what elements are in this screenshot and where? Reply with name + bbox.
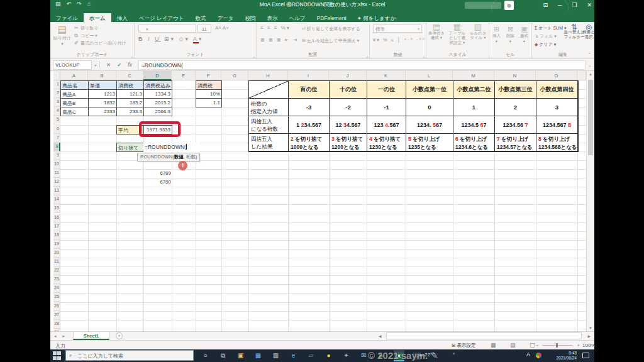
row-header-13[interactable]: 13 [53, 187, 60, 195]
find-select-button[interactable]: ◎検索と選択 [581, 25, 596, 40]
cell-A1[interactable]: 商品名 [60, 80, 89, 90]
delete-button[interactable]: ⊠削除▾ [504, 25, 517, 44]
table-corner-cell[interactable] [249, 81, 289, 99]
table-header-0[interactable]: 百の位 [289, 81, 330, 99]
sheet-tab-sheet1[interactable]: Sheet1 [73, 332, 109, 340]
cut-button[interactable]: ✂切り取り [74, 25, 126, 32]
cell-D8-editing[interactable]: =ROUNDDOWN( [143, 143, 200, 152]
cell-A3[interactable]: 商品B [60, 98, 89, 107]
tray-app-icon[interactable] [536, 353, 541, 358]
table-result-4[interactable]: 6 を切り上げ1234.6となる [453, 134, 495, 151]
row-header-21[interactable]: 21 [53, 258, 60, 266]
fill-button[interactable]: ↴ フィル ▾ [535, 32, 566, 40]
column-header-partial[interactable] [577, 71, 586, 80]
scroll-down-icon[interactable]: ▼ [587, 326, 594, 330]
notification-center-icon[interactable] [582, 353, 589, 358]
cell-B4[interactable]: 2333 [88, 107, 117, 116]
tell-me-box[interactable]: ✦ 何をしますか [352, 13, 401, 23]
row-header-8[interactable]: 8 [53, 143, 60, 151]
insert-button[interactable]: ⊞挿入▾ [490, 25, 503, 44]
table-result-1[interactable]: 3 を切り捨て1200となる [330, 134, 367, 151]
table-result-6[interactable]: 8 を切り上げ1234.568となる [536, 134, 578, 151]
row-header-20[interactable]: 20 [53, 249, 60, 258]
column-header-C[interactable]: C [116, 71, 143, 80]
column-header-B[interactable]: B [88, 71, 116, 80]
cell-D4[interactable]: 2566.3 [143, 107, 172, 116]
column-header-I[interactable]: I [288, 71, 329, 80]
column-header-N[interactable]: N [494, 71, 536, 80]
table-digit-6[interactable]: 3 [536, 99, 578, 116]
row-header-6[interactable]: 6 [53, 125, 60, 134]
table-digit-0[interactable]: -3 [289, 99, 330, 116]
table-row-label-0[interactable]: 桁数の指定入力値 [249, 99, 289, 116]
zoom-percent[interactable]: 100% [582, 343, 595, 348]
row-header-14[interactable]: 14 [53, 195, 60, 204]
table-digit-3[interactable]: 0 [406, 99, 453, 116]
horizontal-align-buttons[interactable]: ≣ ≣ ≣ ⇤ ⇥ [260, 37, 298, 43]
font-style-buttons[interactable]: B I U ⊞▾ ◇▾ A▾ [138, 36, 204, 42]
scroll-left-icon[interactable]: ◀ [379, 334, 382, 338]
cell-C8[interactable]: 切り捨て [116, 143, 144, 152]
avatar[interactable]: ☻ [504, 1, 514, 10]
column-header-K[interactable]: K [367, 71, 406, 80]
table-row-label-2[interactable]: 四捨五入した結果 [249, 134, 289, 151]
cell-D2[interactable]: 1334.3 [143, 89, 172, 99]
formula-input[interactable]: =ROUNDDOWN( [138, 60, 586, 70]
cell-D12[interactable]: 6780 [143, 178, 172, 187]
cell-C3[interactable]: 183.2 [116, 98, 144, 107]
table-digit-4[interactable]: 1 [453, 99, 495, 116]
row-header-11[interactable]: 11 [53, 169, 60, 178]
formula-bar-expand-icon[interactable]: ⌄ [586, 63, 594, 67]
table-number-4[interactable]: 1234.5 67 [453, 116, 495, 134]
table-header-6[interactable]: 小数点第四位 [536, 81, 578, 99]
cell-C1[interactable]: 消費税 [116, 80, 144, 90]
cell-B3[interactable]: 1832 [88, 98, 117, 107]
app-blue-icon[interactable]: ▱ [306, 350, 316, 361]
row-header-9[interactable]: 9 [53, 151, 60, 160]
cell-B2[interactable]: 1213 [88, 89, 117, 99]
row-header-1[interactable]: 1 [53, 80, 60, 89]
cell-A4[interactable]: 商品C [60, 107, 89, 116]
taskbar-search-input[interactable]: ⌕ここに入力して検索 [65, 350, 194, 361]
alignment-dialog-launcher[interactable]: ⌟ [366, 53, 368, 58]
vertical-align-buttons[interactable]: ≡ ≡ ≡ ℅▾ [260, 25, 291, 31]
number-dialog-launcher[interactable]: ⌟ [423, 53, 425, 58]
column-header-J[interactable]: J [329, 71, 367, 80]
table-digit-5[interactable]: 2 [495, 99, 536, 116]
table-result-0[interactable]: 2 を切り捨て1000となる [289, 134, 330, 151]
ime-indicator[interactable]: A [526, 351, 530, 358]
table-header-5[interactable]: 小数点第三位 [495, 81, 536, 99]
vertical-scrollbar[interactable]: ▲ ▼ [586, 71, 594, 331]
view-mode-buttons[interactable]: ▦ ▤ ▢ [491, 342, 541, 348]
name-box[interactable]: VLOOKUP [53, 60, 92, 70]
column-header-M[interactable]: M [453, 71, 494, 80]
number-buttons[interactable]: ¥▾ % ꭖ │ ⁺·⁰ ·⁰⁰ [373, 37, 425, 43]
cancel-formula-icon[interactable]: ✕ [106, 62, 111, 68]
row-header-16[interactable]: 16 [53, 214, 60, 222]
row-header-15[interactable]: 15 [53, 204, 60, 213]
restore-button[interactable]: ❐ [572, 2, 577, 8]
start-button[interactable] [53, 351, 62, 360]
row-header-3[interactable]: 3 [53, 98, 60, 107]
cell-A2[interactable]: 商品A [60, 89, 89, 99]
number-format-box[interactable]: 標準▾ [373, 25, 422, 33]
row-header-2[interactable]: 2 [53, 89, 60, 98]
merge-center-button[interactable]: ⊟ セルを結合して中央揃え ▾ [302, 38, 359, 44]
store-icon[interactable]: ▥ [270, 350, 281, 361]
ribbon-display-icon[interactable]: ⊡ [543, 2, 548, 8]
format-button[interactable]: ▣書式▾ [518, 25, 531, 44]
table-header-2[interactable]: 一の位 [367, 81, 406, 99]
clipboard-dialog-launcher[interactable]: ⌟ [131, 53, 133, 58]
cell-D11[interactable]: 6789 [143, 169, 172, 178]
file-explorer-icon[interactable]: ▣ [235, 350, 246, 361]
conditional-format-button[interactable]: ▤条件付き書式 ▾ [426, 25, 447, 40]
taskbar-clock[interactable]: 8:48 2021/06/24 [556, 351, 577, 361]
row-header-12[interactable]: 12 [53, 178, 60, 187]
table-number-5[interactable]: 1234.56 7 [495, 116, 536, 134]
task-view-icon[interactable]: ⧉ [218, 350, 228, 361]
row-header-27[interactable]: 27 [53, 311, 60, 320]
format-as-table-button[interactable]: ▦テーブルとして書式設定 ▾ [447, 25, 467, 45]
close-button[interactable]: ✕ [587, 2, 592, 8]
row-header-22[interactable]: 22 [53, 266, 60, 275]
cell-C2[interactable]: 121.3 [116, 89, 144, 99]
